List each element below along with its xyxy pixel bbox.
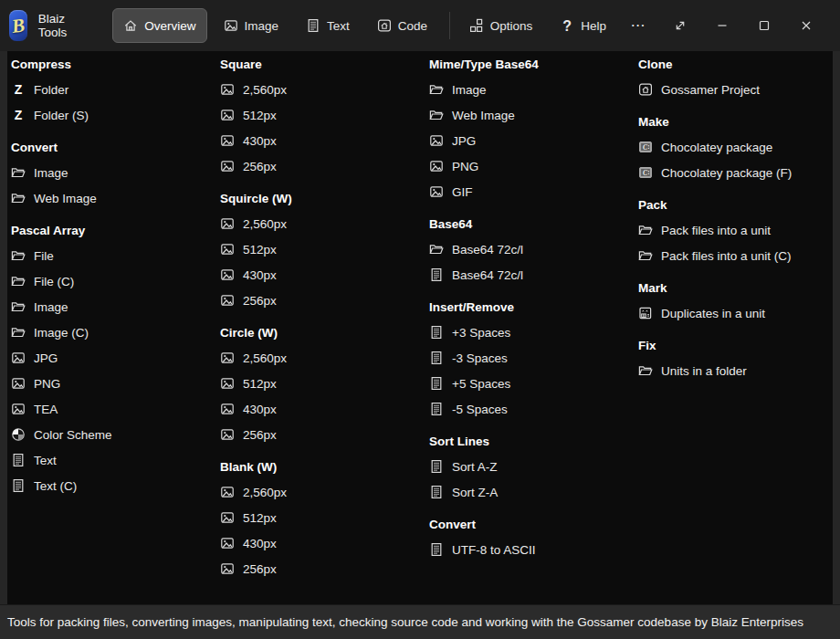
tool-item[interactable]: 430px	[220, 262, 429, 288]
close-button[interactable]	[785, 10, 827, 41]
item-label: 430px	[243, 268, 277, 282]
item-label: JPG	[452, 134, 476, 148]
tool-item[interactable]: PNG	[11, 371, 220, 396]
tool-item[interactable]: Color Scheme	[11, 422, 220, 447]
tool-item[interactable]: Text (C)	[11, 473, 220, 498]
tool-item[interactable]: +5 Spaces	[429, 371, 638, 396]
tool-item[interactable]: 512px	[220, 505, 429, 530]
tool-item[interactable]: Image	[429, 77, 638, 102]
text-doc-icon	[429, 351, 444, 365]
tool-item[interactable]: Sort A-Z	[429, 454, 638, 479]
tool-item[interactable]: CChocolatey package (F)	[638, 160, 833, 185]
tool-item[interactable]: Image	[11, 294, 220, 320]
tool-item[interactable]: 430px	[220, 396, 429, 422]
tool-item[interactable]: -3 Spaces	[429, 345, 638, 371]
section-title: Convert	[429, 513, 638, 537]
text-doc-icon	[429, 267, 444, 282]
tool-item[interactable]: Pack files into a unit	[638, 217, 833, 243]
expand-button[interactable]	[659, 10, 701, 41]
tool-item[interactable]: 512px	[220, 102, 429, 128]
tool-section: Square2,560px512px430px256px	[220, 53, 429, 179]
main-content: CompressZFolderZFolder (S)ConvertImageWe…	[7, 51, 833, 604]
tool-item[interactable]: 256px	[220, 422, 429, 447]
tool-item[interactable]: +3 Spaces	[429, 320, 638, 345]
tool-item[interactable]: ZFolder	[11, 77, 220, 102]
tool-item[interactable]: Image (C)	[11, 320, 220, 345]
tool-item[interactable]: 430px	[220, 530, 429, 556]
item-label: Chocolatey package	[661, 141, 772, 154]
item-label: -3 Spaces	[452, 351, 508, 365]
image-icon	[220, 351, 235, 365]
app-title: Blaiz Tools	[38, 12, 72, 39]
zip-icon: Z	[11, 108, 26, 122]
tool-item[interactable]: Pack files into a unit (C)	[638, 243, 833, 268]
maximize-button[interactable]	[743, 10, 785, 41]
tool-section: PackPack files into a unitPack files int…	[638, 194, 833, 268]
image-icon	[429, 159, 444, 173]
code-window-icon	[377, 18, 392, 33]
tool-item[interactable]: 512px	[220, 371, 429, 396]
folder-icon	[11, 325, 26, 340]
tool-item[interactable]: Text	[11, 447, 220, 473]
image-icon	[11, 376, 26, 391]
item-label: JPG	[34, 351, 58, 365]
tab-text[interactable]: Text	[295, 8, 361, 43]
tool-item[interactable]: GIF	[429, 179, 638, 204]
item-label: Text (C)	[34, 479, 77, 493]
tool-item[interactable]: UTF-8 to ASCII	[429, 537, 638, 562]
tool-item[interactable]: Base64 72c/l	[429, 262, 638, 288]
image-icon	[429, 184, 444, 199]
section-title: Base64	[429, 213, 638, 236]
item-label: Folder (S)	[34, 109, 89, 122]
tool-item[interactable]: Gossamer Project	[638, 77, 833, 102]
item-label: PNG	[452, 160, 478, 173]
help-button[interactable]: ?Help	[549, 8, 617, 43]
tool-item[interactable]: File (C)	[11, 268, 220, 294]
text-doc-icon	[429, 485, 444, 499]
tool-item[interactable]: 430px	[220, 128, 429, 153]
tool-item[interactable]: JPG	[429, 128, 638, 153]
item-label: 512px	[243, 109, 277, 122]
more-button[interactable]: ⋯	[617, 10, 659, 41]
item-label: 512px	[243, 243, 277, 257]
tool-item[interactable]: CChocolatey package	[638, 134, 833, 160]
tab-image[interactable]: Image	[213, 8, 290, 43]
tool-item[interactable]: Web Image	[11, 185, 220, 211]
tool-item[interactable]: 2,560px	[220, 479, 429, 505]
section-title: Mime/Type Base64	[429, 53, 638, 77]
tool-item[interactable]: 256px	[220, 556, 429, 581]
tool-item[interactable]: -5 Spaces	[429, 396, 638, 422]
tool-item[interactable]: Sort Z-A	[429, 479, 638, 505]
tool-item[interactable]: 2,560px	[220, 77, 429, 102]
tool-item[interactable]: 512px	[220, 236, 429, 262]
options-button[interactable]: Options	[458, 8, 544, 43]
tool-item[interactable]: PNG	[429, 153, 638, 179]
tool-item[interactable]: Duplicates in a unit	[638, 300, 833, 326]
tool-section: Pascal ArrayFileFile (C)ImageImage (C)JP…	[11, 219, 220, 498]
section-title: Convert	[11, 136, 220, 160]
tool-item[interactable]: JPG	[11, 345, 220, 371]
image-icon	[220, 376, 235, 391]
tool-item[interactable]: 2,560px	[220, 345, 429, 371]
folder-icon	[11, 191, 26, 205]
tool-item[interactable]: ZFolder (S)	[11, 102, 220, 128]
item-label: Pack files into a unit	[661, 224, 771, 237]
tool-item[interactable]: Web Image	[429, 102, 638, 128]
tool-item[interactable]: Image	[11, 160, 220, 185]
tool-item[interactable]: TEA	[11, 396, 220, 422]
color-wheel-icon	[11, 427, 26, 442]
tool-item[interactable]: 256px	[220, 153, 429, 179]
item-label: Text	[34, 454, 57, 467]
tool-item[interactable]: Units in a folder	[638, 358, 833, 383]
folder-icon	[429, 108, 444, 122]
item-label: Image	[452, 83, 487, 97]
tab-code[interactable]: Code	[366, 8, 438, 43]
folder-icon	[429, 242, 444, 257]
minimize-button[interactable]	[701, 10, 743, 41]
tool-item[interactable]: File	[11, 243, 220, 268]
tool-item[interactable]: Base64 72c/l	[429, 236, 638, 262]
image-icon	[220, 536, 235, 550]
tool-item[interactable]: 2,560px	[220, 211, 429, 236]
tab-overview[interactable]: Overview	[112, 8, 206, 43]
tool-item[interactable]: 256px	[220, 288, 429, 313]
